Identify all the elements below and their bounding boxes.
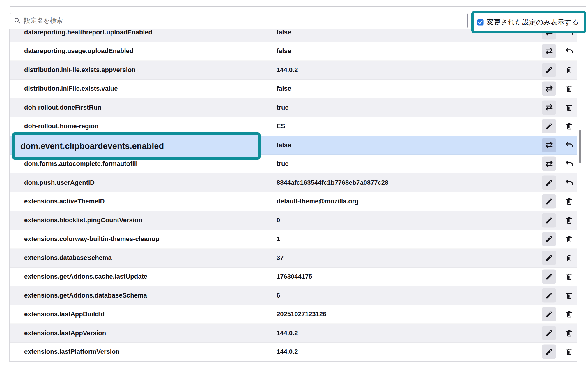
pref-row[interactable]: doh-rollout.doneFirstRun true: [10, 98, 577, 117]
undo-reset-icon: [565, 160, 573, 168]
pref-value: 20251027123126: [277, 310, 326, 318]
edit-pencil-icon: [545, 66, 553, 74]
edit-pencil-icon: [545, 179, 553, 187]
pref-value: 144.0.2: [277, 348, 298, 356]
edit-pencil-icon: [545, 216, 553, 224]
pref-name: datareporting.usage.uploadEnabled: [24, 47, 133, 55]
edit-value-button[interactable]: [542, 251, 556, 265]
search-box: [10, 13, 468, 28]
pref-name: doh-rollout.home-region: [24, 122, 98, 130]
delete-pref-button[interactable]: [562, 307, 576, 321]
pref-name: distribution.iniFile.exists.value: [24, 85, 118, 92]
delete-pref-button[interactable]: [562, 82, 576, 96]
pref-value: false: [277, 85, 291, 92]
vertical-scrollbar-thumb[interactable]: [579, 130, 581, 163]
undo-reset-icon: [565, 47, 573, 55]
edit-value-button[interactable]: [542, 213, 556, 227]
pref-row[interactable]: extensions.getAddons.cache.lastUpdate 17…: [10, 268, 577, 286]
search-input[interactable]: [24, 17, 467, 25]
edit-value-button[interactable]: [542, 307, 556, 321]
edit-value-button[interactable]: [542, 194, 556, 209]
edit-value-button[interactable]: [542, 288, 556, 302]
pref-row[interactable]: distribution.iniFile.exists.value false: [10, 80, 577, 98]
pref-row[interactable]: extensions.blocklist.pingCountVersion 0: [10, 211, 577, 230]
delete-pref-button[interactable]: [562, 326, 576, 340]
reset-pref-button[interactable]: [562, 175, 576, 190]
pref-name: extensions.lastAppBuildId: [24, 310, 105, 318]
trash-delete-icon: [565, 235, 573, 243]
pref-value: 6: [277, 292, 280, 299]
pref-row[interactable]: extensions.lastAppVersion 144.0.2: [10, 324, 577, 343]
trash-delete-icon: [565, 216, 573, 224]
toggle-value-button[interactable]: [542, 82, 556, 96]
edit-value-button[interactable]: [542, 270, 556, 284]
annotation-box-filter-checkbox: 変更された設定のみ表示する: [471, 11, 586, 33]
trash-delete-icon: [565, 310, 573, 319]
toggle-arrows-icon: [545, 103, 554, 112]
delete-pref-button[interactable]: [562, 270, 576, 284]
pref-row[interactable]: extensions.colorway-builtin-themes-clean…: [10, 230, 577, 249]
delete-pref-button[interactable]: [562, 63, 576, 77]
delete-pref-button[interactable]: [562, 251, 576, 265]
toggle-value-button[interactable]: [542, 138, 556, 152]
pref-row[interactable]: extensions.lastPlatformVersion 144.0.2: [10, 343, 577, 362]
trash-delete-icon: [565, 272, 573, 281]
reset-pref-button[interactable]: [562, 44, 576, 58]
edit-value-button[interactable]: [542, 63, 556, 77]
delete-pref-button[interactable]: [562, 119, 576, 133]
pref-row[interactable]: extensions.databaseSchema 37: [10, 249, 577, 268]
pref-value: 144.0.2: [277, 66, 298, 74]
edit-pencil-icon: [545, 348, 553, 356]
pref-value: 1763044175: [277, 273, 312, 280]
pref-name: distribution.iniFile.exists.appversion: [24, 66, 136, 74]
trash-delete-icon: [565, 254, 573, 262]
pref-row[interactable]: extensions.getAddons.databaseSchema 6: [10, 286, 577, 305]
pref-name: extensions.blocklist.pingCountVersion: [24, 217, 142, 224]
about-config-page: datareporting.healthreport.uploadEnabled…: [0, 0, 588, 380]
delete-pref-button[interactable]: [562, 100, 576, 115]
toggle-value-button[interactable]: [542, 100, 556, 115]
edit-value-button[interactable]: [542, 175, 556, 190]
pref-name: dom.forms.autocomplete.formautofill: [24, 160, 138, 168]
pref-name: extensions.getAddons.databaseSchema: [24, 292, 147, 299]
pref-row[interactable]: datareporting.usage.uploadEnabled false: [10, 42, 577, 61]
edit-pencil-icon: [545, 254, 553, 262]
delete-pref-button[interactable]: [562, 288, 576, 302]
pref-value: default-theme@mozilla.org: [277, 198, 359, 205]
pref-value: 1: [277, 235, 280, 243]
pref-row[interactable]: distribution.iniFile.exists.appversion 1…: [10, 61, 577, 80]
delete-pref-button[interactable]: [562, 213, 576, 227]
pref-value: false: [277, 141, 291, 149]
trash-delete-icon: [565, 85, 573, 93]
show-modified-checkbox[interactable]: [477, 19, 484, 26]
trash-delete-icon: [565, 122, 573, 131]
edit-value-button[interactable]: [542, 326, 556, 340]
pref-value: true: [277, 104, 289, 111]
trash-delete-icon: [565, 291, 573, 300]
pref-row[interactable]: extensions.lastAppBuildId 20251027123126: [10, 305, 577, 324]
show-modified-checkbox-label[interactable]: 変更された設定のみ表示する: [487, 17, 579, 27]
toggle-value-button[interactable]: [542, 44, 556, 58]
pref-row[interactable]: extensions.activeThemeID default-theme@m…: [10, 192, 577, 211]
pref-row[interactable]: dom.push.userAgentID 8844afc163544fc1b77…: [10, 173, 577, 192]
pref-name: doh-rollout.doneFirstRun: [24, 104, 101, 111]
pref-value: false: [277, 29, 291, 36]
edit-pencil-icon: [545, 291, 553, 299]
pref-name: extensions.getAddons.cache.lastUpdate: [24, 273, 147, 280]
toggle-value-button[interactable]: [542, 157, 556, 171]
edit-pencil-icon: [545, 329, 553, 337]
delete-pref-button[interactable]: [562, 345, 576, 359]
reset-pref-button[interactable]: [562, 157, 576, 171]
delete-pref-button[interactable]: [562, 232, 576, 246]
top-divider-line: [10, 6, 586, 7]
search-icon: [14, 17, 21, 24]
prefs-table: datareporting.healthreport.uploadEnabled…: [9, 23, 577, 362]
edit-value-button[interactable]: [542, 232, 556, 246]
delete-pref-button[interactable]: [562, 194, 576, 209]
toggle-arrows-icon: [545, 85, 554, 93]
reset-pref-button[interactable]: [562, 138, 576, 152]
edit-value-button[interactable]: [542, 345, 556, 359]
edit-value-button[interactable]: [542, 119, 556, 133]
pref-value: 144.0.2: [277, 329, 298, 337]
edit-pencil-icon: [545, 198, 553, 205]
